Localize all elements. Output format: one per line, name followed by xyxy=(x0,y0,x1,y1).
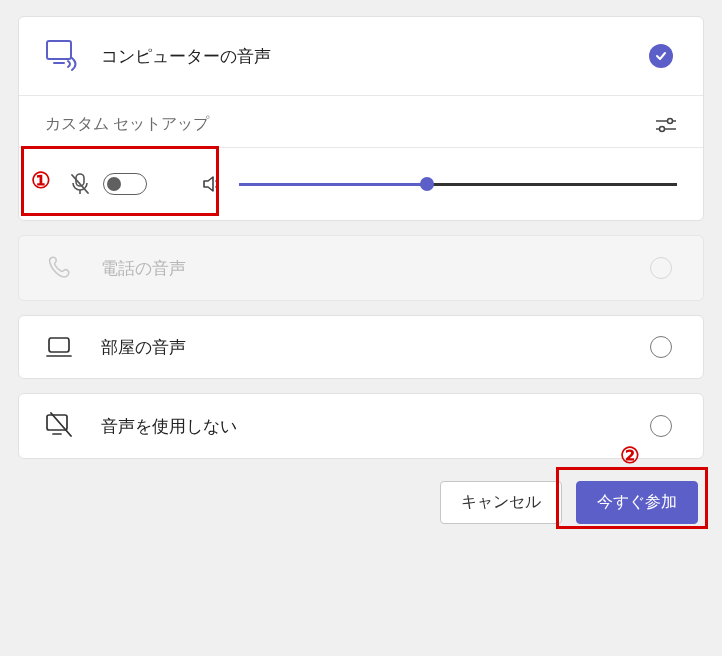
volume-slider[interactable] xyxy=(239,183,677,186)
mic-toggle[interactable] xyxy=(103,173,147,195)
custom-setup-label: カスタム セットアップ xyxy=(45,114,655,135)
phone-audio-radio xyxy=(650,257,672,279)
phone-audio-label: 電話の音声 xyxy=(101,257,645,280)
computer-audio-selected-icon xyxy=(649,44,673,68)
room-audio-radio[interactable] xyxy=(650,336,672,358)
speaker-icon xyxy=(181,173,231,195)
annotation-number-1: ① xyxy=(31,168,51,194)
computer-audio-card[interactable]: コンピューターの音声 カスタム セットアップ xyxy=(18,16,704,221)
cancel-button[interactable]: キャンセル xyxy=(440,481,562,524)
phone-audio-card: 電話の音声 xyxy=(18,235,704,301)
dialog-footer: ② キャンセル 今すぐ参加 xyxy=(18,459,704,532)
no-audio-label: 音声を使用しない xyxy=(101,415,645,438)
no-audio-radio[interactable] xyxy=(650,415,672,437)
audio-options-panel: コンピューターの音声 カスタム セットアップ xyxy=(18,16,704,532)
computer-audio-icon xyxy=(45,39,101,73)
custom-setup-row: カスタム セットアップ xyxy=(19,95,703,147)
svg-point-3 xyxy=(668,118,673,123)
computer-muted-icon xyxy=(45,412,101,440)
settings-icon[interactable] xyxy=(655,116,677,134)
mic-muted-icon xyxy=(69,172,91,196)
svg-line-12 xyxy=(51,413,71,436)
join-button[interactable]: 今すぐ参加 xyxy=(576,481,698,524)
no-audio-card[interactable]: 音声を使用しない xyxy=(18,393,704,459)
room-audio-card[interactable]: 部屋の音声 xyxy=(18,315,704,379)
room-audio-label: 部屋の音声 xyxy=(101,336,645,359)
computer-audio-label: コンピューターの音声 xyxy=(101,45,645,68)
room-icon xyxy=(45,334,101,360)
svg-rect-0 xyxy=(47,41,71,59)
svg-point-5 xyxy=(660,126,665,131)
phone-icon xyxy=(45,254,101,282)
